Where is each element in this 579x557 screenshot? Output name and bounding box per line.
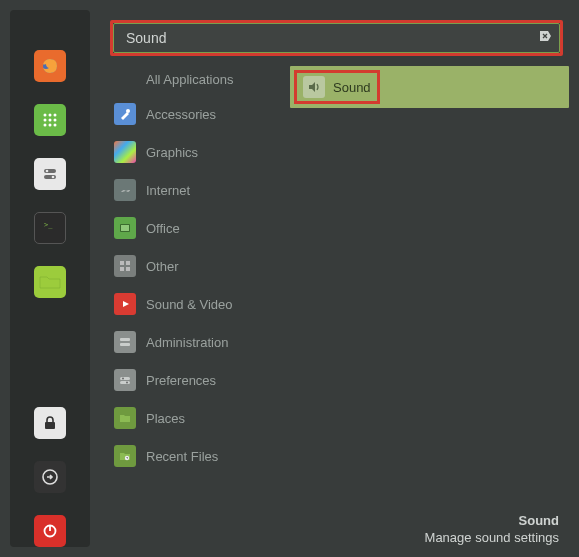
category-accessories[interactable]: Accessories <box>110 97 278 131</box>
svg-rect-22 <box>126 261 130 265</box>
svg-rect-28 <box>120 381 130 384</box>
application-menu: All Applications Accessories Graphics In… <box>90 0 579 557</box>
clear-search-icon[interactable] <box>538 29 552 43</box>
accessories-icon <box>114 103 136 125</box>
category-all-applications[interactable]: All Applications <box>110 66 278 93</box>
category-label: Sound & Video <box>146 297 233 312</box>
category-label: Places <box>146 411 185 426</box>
svg-point-8 <box>49 124 52 127</box>
svg-point-12 <box>46 170 49 173</box>
result-label: Sound <box>333 80 371 95</box>
svg-point-5 <box>49 119 52 122</box>
category-label: Recent Files <box>146 449 218 464</box>
svg-point-30 <box>126 382 128 384</box>
category-recent-files[interactable]: Recent Files <box>110 439 278 473</box>
search-input[interactable] <box>113 23 560 53</box>
graphics-icon <box>114 141 136 163</box>
result-sound[interactable]: Sound <box>290 66 569 108</box>
svg-rect-27 <box>120 377 130 380</box>
category-list: All Applications Accessories Graphics In… <box>110 66 278 507</box>
svg-point-7 <box>44 124 47 127</box>
speaker-icon <box>303 76 325 98</box>
svg-point-6 <box>54 119 57 122</box>
firefox-icon[interactable] <box>34 50 66 82</box>
sound-video-icon <box>114 293 136 315</box>
terminal-icon[interactable]: >_ <box>34 212 66 244</box>
category-label: Internet <box>146 183 190 198</box>
svg-rect-21 <box>120 261 124 265</box>
category-label: Accessories <box>146 107 216 122</box>
category-preferences[interactable]: Preferences <box>110 363 278 397</box>
results-panel: Sound <box>290 66 569 507</box>
category-administration[interactable]: Administration <box>110 325 278 359</box>
internet-icon <box>114 179 136 201</box>
category-office[interactable]: Office <box>110 211 278 245</box>
files-icon[interactable] <box>34 266 66 298</box>
svg-point-29 <box>122 378 124 380</box>
office-icon <box>114 217 136 239</box>
svg-rect-20 <box>121 225 129 231</box>
svg-text:>_: >_ <box>44 221 53 229</box>
lock-icon[interactable] <box>34 407 66 439</box>
search-highlight <box>110 20 563 56</box>
svg-rect-23 <box>120 267 124 271</box>
recent-files-icon <box>114 445 136 467</box>
logout-icon[interactable] <box>34 461 66 493</box>
svg-rect-15 <box>45 422 55 429</box>
category-label: Preferences <box>146 373 216 388</box>
favorites-dock: >_ <box>10 10 90 547</box>
category-label: All Applications <box>146 72 233 87</box>
category-sound-video[interactable]: Sound & Video <box>110 287 278 321</box>
svg-rect-26 <box>120 343 130 346</box>
footer-description: Sound Manage sound settings <box>110 507 569 547</box>
footer-title: Sound <box>110 513 559 530</box>
svg-point-9 <box>54 124 57 127</box>
svg-point-13 <box>52 176 55 179</box>
svg-point-1 <box>44 114 47 117</box>
svg-point-2 <box>49 114 52 117</box>
preferences-icon <box>114 369 136 391</box>
other-icon <box>114 255 136 277</box>
svg-point-3 <box>54 114 57 117</box>
settings-icon[interactable] <box>34 158 66 190</box>
category-label: Graphics <box>146 145 198 160</box>
svg-rect-24 <box>126 267 130 271</box>
category-other[interactable]: Other <box>110 249 278 283</box>
power-icon[interactable] <box>34 515 66 547</box>
app-grid-icon[interactable] <box>34 104 66 136</box>
category-label: Other <box>146 259 179 274</box>
category-label: Office <box>146 221 180 236</box>
svg-point-4 <box>44 119 47 122</box>
category-internet[interactable]: Internet <box>110 173 278 207</box>
places-icon <box>114 407 136 429</box>
result-highlight: Sound <box>294 70 380 104</box>
svg-rect-25 <box>120 338 130 341</box>
footer-subtitle: Manage sound settings <box>110 530 559 547</box>
category-label: Administration <box>146 335 228 350</box>
category-graphics[interactable]: Graphics <box>110 135 278 169</box>
svg-point-18 <box>126 109 130 113</box>
category-places[interactable]: Places <box>110 401 278 435</box>
administration-icon <box>114 331 136 353</box>
